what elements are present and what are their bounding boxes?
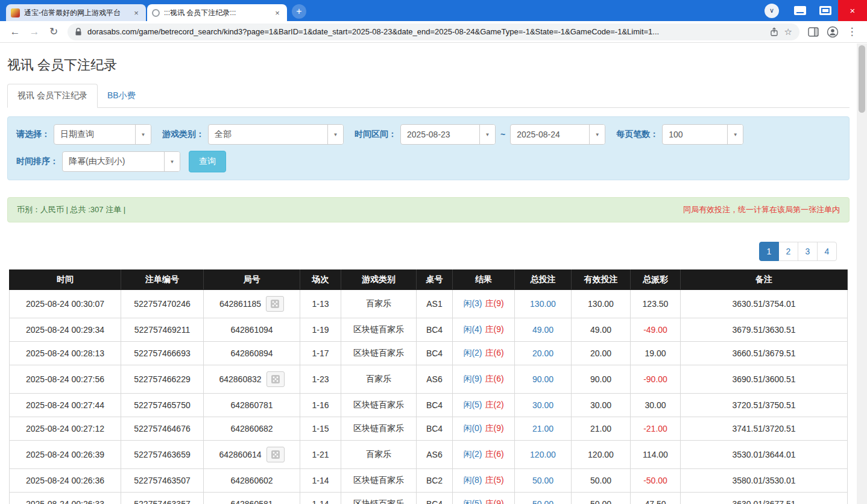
cell-table: BC2 xyxy=(417,469,453,493)
game-replay-icon[interactable] xyxy=(266,447,285,462)
cell-session: 1-14 xyxy=(300,493,341,504)
cell-valid-bet: 21.00 xyxy=(572,417,631,441)
cell-game-type: 百家乐 xyxy=(341,441,417,469)
cell-total-bet: 120.00 xyxy=(515,441,572,469)
game-type-select[interactable]: 全部 ▼ xyxy=(208,124,344,145)
cell-time: 2025-08-24 00:27:44 xyxy=(10,394,121,417)
column-header-session: 场次 xyxy=(300,270,341,290)
chevron-down-icon: ▼ xyxy=(479,125,495,144)
cell-round: 642860581 xyxy=(204,493,300,504)
page-scrollbar[interactable] xyxy=(857,43,867,504)
table-row: 2025-08-24 00:27:56 522757466229 6428608… xyxy=(10,365,848,394)
cell-bet-id: 522757464676 xyxy=(121,417,204,441)
page-button-1[interactable]: 1 xyxy=(759,242,779,261)
column-header-result: 结果 xyxy=(453,270,515,290)
browser-tab-home[interactable]: 通宝-信誉最好的网上游戏平台 × xyxy=(6,4,146,21)
side-panel-icon[interactable] xyxy=(804,23,822,41)
chevron-down-icon: ▼ xyxy=(327,125,343,144)
cell-time: 2025-08-24 00:26:36 xyxy=(10,469,121,493)
total-bet-link[interactable]: 50.00 xyxy=(532,476,553,485)
table-header-row: 时间 注单编号 局号 场次 游戏类别 桌号 结果 总投注 有效投注 总派彩 备注 xyxy=(10,270,848,290)
cell-round: 642861094 xyxy=(204,318,300,342)
profile-avatar-icon[interactable] xyxy=(824,23,842,41)
page-tabs: 视讯 会员下注纪录 BB小费 xyxy=(7,84,850,108)
share-icon[interactable] xyxy=(769,27,779,37)
lock-icon xyxy=(75,28,82,36)
total-bet-link[interactable]: 50.00 xyxy=(532,499,553,504)
result-banker: 庄(6) xyxy=(485,449,504,459)
cell-bet-id: 522757466693 xyxy=(121,342,204,365)
page-button-2[interactable]: 2 xyxy=(778,242,798,261)
column-header-time: 时间 xyxy=(10,270,121,290)
total-bet-link[interactable]: 49.00 xyxy=(532,325,553,335)
total-bet-link[interactable]: 20.00 xyxy=(532,348,553,358)
forward-icon[interactable]: → xyxy=(25,23,43,41)
bookmark-star-icon[interactable]: ☆ xyxy=(784,27,792,37)
cell-payout: -49.00 xyxy=(631,318,681,342)
browser-tab-bet-records[interactable]: :::视讯 会员下注纪录::: × xyxy=(147,4,287,21)
menu-dots-icon[interactable]: ⋮ xyxy=(843,23,861,41)
date-end-select[interactable]: 2025-08-24 ▼ xyxy=(510,124,605,145)
result-player: 闲(5) xyxy=(463,400,482,409)
result-player: 闲(2) xyxy=(463,348,482,358)
tab-close-icon[interactable]: × xyxy=(131,8,141,17)
chevron-down-icon: ▼ xyxy=(589,125,605,144)
cell-valid-bet: 20.00 xyxy=(572,342,631,365)
round-number: 642860781 xyxy=(230,400,273,410)
cell-table: AS6 xyxy=(417,441,453,469)
back-icon[interactable]: ← xyxy=(6,23,24,41)
page-button-4[interactable]: 4 xyxy=(817,242,837,261)
cell-result: 闲(9)庄(6) xyxy=(453,365,515,394)
cell-total-bet: 49.00 xyxy=(515,318,572,342)
tab-close-icon[interactable]: × xyxy=(273,8,282,17)
minimize-button[interactable] xyxy=(787,0,813,21)
total-bet-link[interactable]: 30.00 xyxy=(532,400,553,410)
browser-tabstrip: 通宝-信誉最好的网上游戏平台 × :::视讯 会员下注纪录::: × + xyxy=(0,4,306,21)
game-replay-icon[interactable] xyxy=(266,296,284,312)
column-header-total-bet: 总投注 xyxy=(515,270,572,290)
cell-result: 闲(5)庄(2) xyxy=(453,394,515,417)
cell-result: 闲(2)庄(6) xyxy=(453,342,515,365)
cell-note: 3530.01/3644.01 xyxy=(681,441,848,469)
cell-result: 闲(4)庄(9) xyxy=(453,318,515,342)
query-type-select[interactable]: 日期查询 ▼ xyxy=(54,124,151,145)
browser-navbar: ← → ↻ dorasabs.com/game/betrecord_search… xyxy=(0,21,867,43)
cell-bet-id: 522757470246 xyxy=(121,290,204,318)
cell-time: 2025-08-24 00:26:33 xyxy=(10,493,121,504)
date-range-label: 时间区间： xyxy=(355,129,397,140)
maximize-button[interactable] xyxy=(813,0,838,21)
close-button[interactable]: × xyxy=(838,0,867,21)
page-size-select[interactable]: 100 ▼ xyxy=(662,124,743,145)
total-bet-link[interactable]: 90.00 xyxy=(532,374,553,384)
page-button-3[interactable]: 3 xyxy=(798,242,818,261)
cell-session: 1-14 xyxy=(300,469,341,493)
cell-note: 3690.51/3600.51 xyxy=(681,365,848,394)
cell-total-bet: 21.00 xyxy=(515,417,572,441)
total-bet-link[interactable]: 21.00 xyxy=(532,424,553,433)
sort-select[interactable]: 降幂(由大到小) ▼ xyxy=(62,151,180,172)
total-bet-link[interactable]: 130.00 xyxy=(530,299,556,309)
cell-result: 闲(5)庄(9) xyxy=(453,493,515,504)
url-bar[interactable]: dorasabs.com/game/betrecord_search/kind3… xyxy=(68,24,799,40)
scrollbar-thumb[interactable] xyxy=(859,45,865,113)
cell-payout: -50.00 xyxy=(631,469,681,493)
date-start-value: 2025-08-23 xyxy=(401,125,479,144)
date-start-select[interactable]: 2025-08-23 ▼ xyxy=(400,124,496,145)
cell-result: 闲(2)庄(6) xyxy=(453,441,515,469)
reload-icon[interactable]: ↻ xyxy=(45,23,63,41)
cell-valid-bet: 49.00 xyxy=(572,318,631,342)
tab-bet-records[interactable]: 视讯 会员下注纪录 xyxy=(7,84,98,108)
cell-total-bet: 20.00 xyxy=(515,342,572,365)
cell-note: 3630.51/3754.01 xyxy=(681,290,848,318)
tab-search-chevron-icon[interactable]: ∨ xyxy=(765,4,779,18)
new-tab-button[interactable]: + xyxy=(292,4,306,19)
cell-note: 3720.51/3750.51 xyxy=(681,394,848,417)
cell-total-bet: 30.00 xyxy=(515,394,572,417)
tab-bb-tips[interactable]: BB小费 xyxy=(98,84,145,107)
game-replay-icon[interactable] xyxy=(266,371,285,387)
sort-value: 降幂(由大到小) xyxy=(63,152,164,171)
search-button[interactable]: 查询 xyxy=(189,151,226,172)
total-bet-link[interactable]: 120.00 xyxy=(530,450,556,459)
result-player: 闲(4) xyxy=(463,324,482,334)
result-player: 闲(0) xyxy=(463,423,482,433)
